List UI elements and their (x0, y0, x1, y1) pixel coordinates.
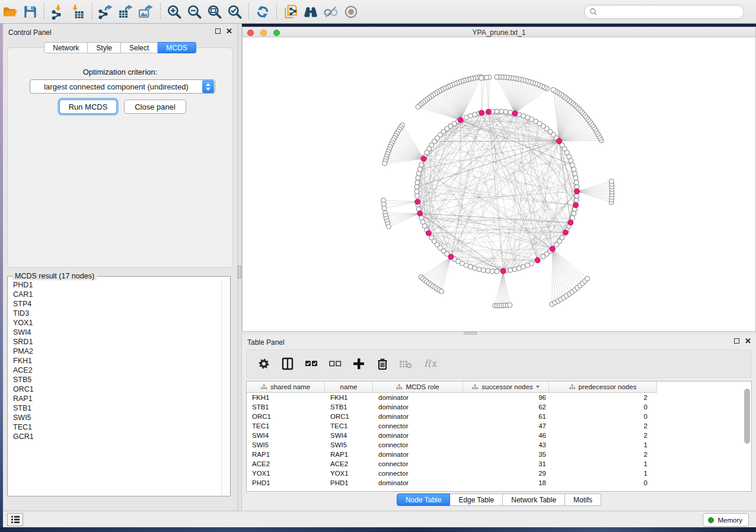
zoom-out-button[interactable] (184, 3, 205, 21)
leaf-node[interactable] (508, 303, 512, 307)
leaf-node[interactable] (386, 224, 391, 229)
ring-node[interactable] (572, 211, 576, 216)
list-item[interactable]: PMA2 (13, 347, 222, 356)
leaf-node[interactable] (484, 75, 489, 80)
mcds-hub-node[interactable] (556, 139, 562, 144)
ring-node[interactable] (416, 175, 420, 180)
ring-node[interactable] (417, 167, 422, 172)
list-item[interactable]: PHD1 (13, 280, 222, 290)
list-item[interactable]: GCR1 (13, 432, 222, 441)
import-table-button[interactable] (68, 3, 88, 21)
mcds-result-list[interactable]: PHD1CAR1STP4TID3YOX1SWI4SRD1PMA2FKH1ACE2… (8, 280, 222, 495)
ring-node[interactable] (477, 267, 481, 272)
task-history-button[interactable] (7, 513, 23, 526)
cell-MCDS-role[interactable]: dominator (373, 413, 463, 420)
ring-node[interactable] (573, 171, 578, 176)
list-item[interactable]: SWI4 (13, 328, 222, 337)
search-input[interactable] (598, 7, 744, 17)
table-row[interactable]: FKH1FKH1dominator962 (247, 393, 751, 402)
column-header-name[interactable]: name (325, 382, 373, 392)
cell-name[interactable]: ORC1 (325, 413, 373, 420)
cell-predecessor-nodes[interactable]: 0 (549, 413, 657, 420)
cell-MCDS-role[interactable]: connector (373, 470, 463, 477)
mcds-hub-node[interactable] (573, 203, 578, 208)
cell-name[interactable]: FKH1 (325, 394, 373, 401)
mcds-hub-node[interactable] (421, 156, 426, 162)
tab-network-table[interactable]: Network Table (503, 493, 565, 506)
list-item[interactable]: TEC1 (13, 422, 222, 432)
table-row[interactable]: ACE2ACE2connector311 (247, 459, 751, 469)
ring-node[interactable] (414, 194, 419, 198)
leaf-node[interactable] (495, 75, 499, 79)
cell-MCDS-role[interactable]: connector (373, 422, 463, 430)
list-item[interactable]: FKH1 (13, 356, 222, 366)
cell-predecessor-nodes[interactable]: 0 (549, 479, 657, 486)
column-header-predecessor-nodes[interactable]: predecessor nodes (549, 382, 657, 392)
scrollbar-thumb[interactable] (744, 389, 750, 444)
ring-node[interactable] (486, 268, 490, 273)
close-panel-button[interactable]: Close panel (124, 100, 186, 114)
search-box[interactable] (584, 5, 744, 19)
cell-predecessor-nodes[interactable]: 2 (549, 394, 657, 401)
save-button[interactable] (20, 3, 40, 21)
leaf-node[interactable] (439, 289, 444, 294)
ring-node[interactable] (495, 269, 499, 274)
list-item[interactable]: TID3 (13, 309, 222, 318)
cell-successor-nodes[interactable]: 46 (463, 432, 549, 439)
table-scrollbar[interactable] (744, 389, 750, 483)
leaf-node[interactable] (609, 179, 614, 184)
column-header-shared-name[interactable]: shared name (247, 382, 325, 392)
cell-shared-name[interactable]: SWI5 (247, 441, 325, 448)
export-table-button[interactable] (116, 3, 136, 21)
columns-button[interactable] (279, 354, 296, 373)
mcds-hub-node[interactable] (479, 110, 484, 116)
tab-network[interactable]: Network (44, 42, 88, 53)
cell-name[interactable]: SWI4 (325, 432, 373, 439)
cell-predecessor-nodes[interactable]: 1 (549, 441, 657, 448)
add-button[interactable] (350, 354, 368, 373)
mcds-hub-node[interactable] (563, 230, 568, 235)
cell-predecessor-nodes[interactable]: 1 (549, 460, 657, 467)
cell-MCDS-role[interactable]: connector (373, 460, 463, 467)
list-item[interactable]: YOX1 (13, 318, 222, 328)
mcds-hub-node[interactable] (512, 111, 518, 116)
leaf-node[interactable] (551, 88, 556, 92)
ring-node[interactable] (416, 171, 421, 176)
list-item[interactable]: STP4 (13, 299, 222, 309)
zoom-selected-button[interactable] (225, 3, 245, 21)
tab-edge-table[interactable]: Edge Table (450, 493, 503, 506)
ring-node[interactable] (512, 267, 517, 272)
cell-name[interactable]: ACE2 (325, 460, 373, 467)
cell-MCDS-role[interactable]: dominator (373, 403, 463, 411)
mcds-hub-node[interactable] (568, 220, 573, 225)
list-item[interactable]: RAP1 (13, 394, 222, 403)
cell-MCDS-role[interactable]: connector (373, 441, 463, 448)
table-row[interactable]: SWI4SWI4dominator462 (247, 431, 751, 440)
table-row[interactable]: ORC1ORC1dominator610 (247, 412, 751, 421)
cell-successor-nodes[interactable]: 62 (463, 403, 549, 411)
import-network-button[interactable] (48, 3, 68, 21)
ring-node[interactable] (529, 261, 534, 266)
cell-successor-nodes[interactable]: 31 (463, 460, 549, 467)
select-all-button[interactable] (302, 354, 320, 373)
vertical-splitter[interactable] (237, 24, 242, 511)
zoom-in-button[interactable] (164, 3, 184, 21)
cell-shared-name[interactable]: ORC1 (247, 413, 325, 420)
cell-name[interactable]: YOX1 (325, 470, 373, 477)
ring-node[interactable] (499, 109, 504, 114)
ring-node[interactable] (573, 175, 578, 180)
cell-MCDS-role[interactable]: dominator (373, 394, 463, 401)
list-item[interactable]: SRD1 (13, 337, 222, 347)
ring-node[interactable] (508, 268, 513, 273)
list-item[interactable]: ORC1 (13, 384, 222, 394)
column-header-MCDS-role[interactable]: MCDS role (373, 382, 463, 392)
mcds-hub-node[interactable] (486, 109, 491, 114)
criterion-select[interactable]: largest connected component (undirected) (30, 79, 215, 94)
cell-name[interactable]: PHD1 (325, 479, 373, 486)
cell-MCDS-role[interactable]: dominator (373, 432, 463, 439)
float-icon[interactable] (215, 28, 221, 34)
cell-predecessor-nodes[interactable]: 2 (549, 432, 657, 439)
table-row[interactable]: PHD1PHD1dominator180 (247, 478, 751, 488)
binoculars-button[interactable] (301, 3, 321, 21)
list-item[interactable]: STB1 (13, 403, 222, 413)
